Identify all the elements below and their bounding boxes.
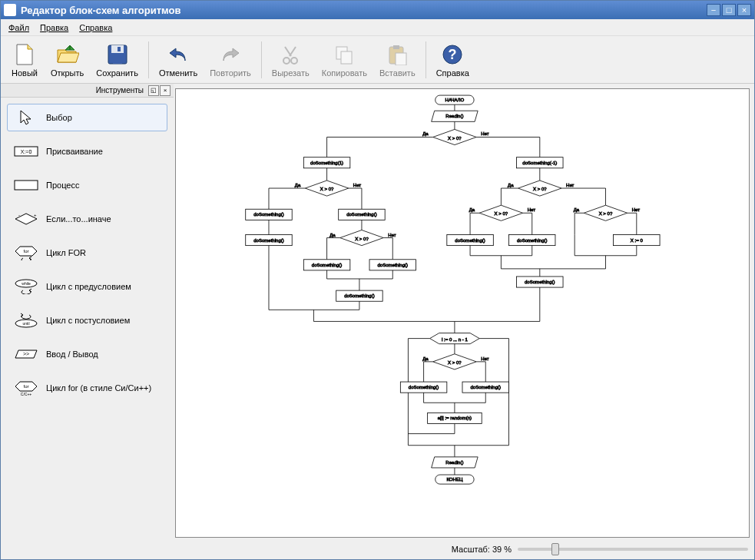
- new-button[interactable]: Новый: [5, 38, 44, 82]
- svg-text:Да: Да: [422, 131, 429, 136]
- copy-icon: [332, 42, 356, 67]
- undo-button[interactable]: Отменить: [154, 38, 203, 82]
- tool-process[interactable]: Процесс: [7, 171, 167, 199]
- toolbar-separator: [148, 41, 149, 78]
- cut-scissors-icon: [278, 42, 303, 67]
- svg-point-5: [291, 58, 297, 64]
- svg-text:Да: Да: [422, 356, 429, 361]
- svg-text:Нет: Нет: [481, 131, 489, 136]
- open-button[interactable]: Открыть: [45, 38, 89, 82]
- window: Редактор блок-схем алгоритмов − □ × Файл…: [0, 0, 755, 560]
- svg-text:X > 0?: X > 0?: [320, 187, 334, 191]
- statusbar: Масштаб: 39 %: [174, 539, 754, 559]
- svg-text:Нет: Нет: [388, 233, 396, 237]
- svg-text:X > 0?: X > 0?: [533, 187, 547, 191]
- tool-io[interactable]: >> Ввод / Вывод: [7, 340, 167, 368]
- svg-text:doSomething(): doSomething(): [253, 212, 284, 217]
- help-question-icon: ?: [440, 42, 465, 67]
- menu-file[interactable]: Файл: [4, 22, 34, 34]
- titlebar[interactable]: Редактор блок-схем алгоритмов − □ ×: [1, 1, 754, 19]
- svg-text:Нет: Нет: [528, 207, 536, 212]
- assignment-icon: X:=0: [14, 143, 38, 160]
- help-button[interactable]: ? Справка: [431, 38, 475, 82]
- undo-icon: [166, 42, 190, 67]
- tools-list: Выбор X:=0 Присваивание Процесс -+: [1, 98, 174, 559]
- diamond-icon: -+: [14, 210, 38, 227]
- save-button[interactable]: Сохранить: [91, 38, 144, 82]
- svg-text:doSomething(): doSomething(): [409, 385, 439, 389]
- svg-text:X > 0?: X > 0?: [448, 360, 462, 365]
- copy-button[interactable]: Копировать: [316, 38, 373, 82]
- maximize-button[interactable]: □: [722, 4, 736, 16]
- svg-text:Да: Да: [508, 183, 514, 187]
- menu-edit[interactable]: Правка: [35, 22, 73, 34]
- svg-text:i := 0 ... n - 1: i := 0 ... n - 1: [442, 337, 468, 342]
- svg-text:doSomething(): doSomething(): [346, 212, 377, 217]
- tools-panel-title: Инструменты: [4, 86, 148, 94]
- paste-button[interactable]: Вставить: [374, 38, 421, 82]
- new-file-icon: [12, 42, 37, 67]
- svg-text:Нет: Нет: [353, 183, 362, 187]
- tool-until[interactable]: until Цикл с постусловием: [7, 307, 167, 334]
- flowchart-svg: НАЧАЛО Readln() X > 0? Да Нет doSomethin…: [176, 89, 749, 523]
- while-loop-icon: while: [14, 278, 38, 295]
- svg-text:until: until: [22, 321, 29, 326]
- tools-panel: Инструменты ◱ × Выбор X:=0 Присв: [1, 84, 174, 559]
- svg-text:doSomething(): doSomething(): [377, 263, 408, 267]
- tool-assignment[interactable]: X:=0 Присваивание: [7, 138, 167, 165]
- svg-rect-9: [393, 45, 399, 49]
- svg-text:Да: Да: [469, 207, 475, 212]
- svg-text:Нет: Нет: [632, 207, 641, 212]
- svg-text:doSomething(-1): doSomething(-1): [522, 161, 557, 165]
- tool-for[interactable]: for Цикл FOR: [7, 239, 167, 267]
- zoom-slider[interactable]: [518, 548, 748, 551]
- svg-rect-7: [341, 51, 352, 64]
- svg-text:doSomething(): doSomething(): [312, 263, 343, 267]
- panel-close-button[interactable]: ×: [160, 85, 171, 96]
- svg-text:КОНЕЦ: КОНЕЦ: [446, 477, 463, 482]
- redo-icon: [218, 42, 243, 67]
- svg-text:+: +: [34, 213, 37, 217]
- menu-help[interactable]: Справка: [75, 22, 117, 34]
- svg-text:?: ?: [449, 47, 457, 62]
- svg-text:Нет: Нет: [566, 183, 575, 187]
- svg-text:-: -: [18, 213, 20, 217]
- flowchart-canvas[interactable]: НАЧАЛО Readln() X > 0? Да Нет doSomethin…: [175, 88, 750, 538]
- svg-rect-3: [118, 47, 121, 51]
- tool-while[interactable]: while Цикл с предусловием: [7, 273, 167, 300]
- tools-panel-header: Инструменты ◱ ×: [1, 84, 174, 98]
- body-area: Инструменты ◱ × Выбор X:=0 Присв: [1, 84, 754, 559]
- svg-text:Readln(): Readln(): [445, 460, 463, 465]
- svg-text:Readln(): Readln(): [445, 114, 463, 118]
- toolbar-separator: [426, 41, 426, 78]
- tool-if-else[interactable]: -+ Если...то...иначе: [7, 205, 167, 233]
- svg-text:X > 0?: X > 0?: [599, 211, 613, 216]
- zoom-label: Масштаб: 39 %: [452, 545, 512, 554]
- svg-text:doSomething(): doSomething(): [470, 385, 501, 389]
- cut-button[interactable]: Вырезать: [267, 38, 315, 82]
- toolbar-separator: [261, 41, 262, 78]
- panel-dock-button[interactable]: ◱: [148, 85, 159, 96]
- redo-button[interactable]: Повторить: [204, 38, 257, 82]
- window-controls: − □ ×: [707, 4, 751, 16]
- open-folder-icon: [55, 42, 80, 67]
- close-button[interactable]: ×: [737, 4, 751, 16]
- svg-text:C/C++: C/C++: [21, 392, 32, 396]
- tool-select[interactable]: Выбор: [7, 104, 167, 131]
- svg-text:doSomething(): doSomething(): [253, 238, 284, 243]
- svg-text:Да: Да: [574, 207, 580, 212]
- svg-text:doSomething(1): doSomething(1): [310, 161, 343, 165]
- save-floppy-icon: [105, 42, 130, 67]
- window-title: Редактор блок-схем алгоритмов: [21, 5, 707, 16]
- svg-text:X > 0?: X > 0?: [448, 136, 462, 141]
- svg-text:for: for: [23, 384, 28, 389]
- svg-text:X > 0?: X > 0?: [355, 237, 369, 241]
- io-parallelogram-icon: >>: [14, 346, 38, 363]
- tool-c-for[interactable]: forC/C++ Цикл for (в стиле Си/Си++): [7, 374, 167, 402]
- svg-text:doSomething(): doSomething(): [525, 280, 555, 284]
- svg-text:Да: Да: [295, 183, 301, 187]
- minimize-button[interactable]: −: [707, 4, 720, 16]
- c-for-loop-icon: forC/C++: [14, 379, 38, 396]
- process-icon: [14, 177, 38, 194]
- until-loop-icon: until: [14, 312, 38, 329]
